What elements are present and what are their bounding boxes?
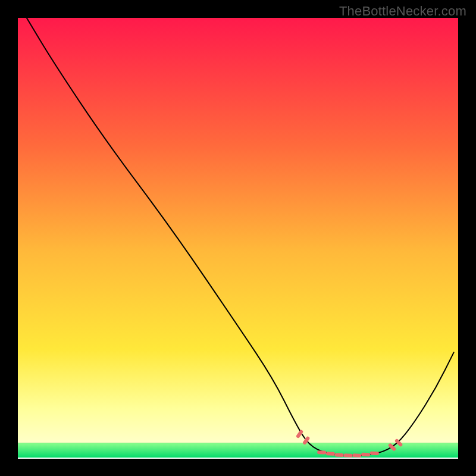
bottleneck-marker [298, 432, 301, 436]
chart-container: TheBottleNecker.com [0, 0, 476, 476]
gradient-background [18, 18, 458, 443]
attribution-text: TheBottleNecker.com [339, 4, 466, 19]
bottleneck-marker [305, 439, 308, 443]
bottleneck-chart [0, 0, 476, 476]
plot-area [18, 18, 458, 458]
